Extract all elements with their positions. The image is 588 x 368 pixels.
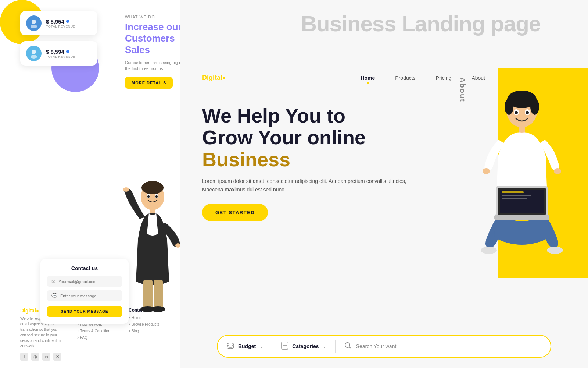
message-input-wrapper: 💬	[47, 290, 122, 301]
nav-link-pricing[interactable]: Pricing	[436, 75, 452, 81]
link-faq[interactable]: FAQ	[77, 335, 114, 340]
revenue-card-1: $ 5,954 TOTAL REVENUE	[20, 11, 97, 35]
twitter-icon[interactable]: ✕	[53, 353, 61, 361]
search-icon	[344, 342, 352, 351]
heading-accent: Sales	[125, 44, 150, 55]
nav-link-home[interactable]: Home	[361, 75, 375, 81]
about-vertical-text: About	[458, 77, 467, 102]
svg-rect-30	[502, 195, 531, 196]
revenue-info-2: $ 8,594 TOTAL REVENUE	[46, 49, 75, 59]
svg-point-36	[526, 111, 529, 114]
revenue-amount-1: $ 5,954	[46, 18, 75, 25]
nav-link-products[interactable]: Products	[395, 75, 415, 81]
nav-brand-text: Digital	[202, 74, 222, 81]
message-icon: 💬	[51, 293, 57, 298]
revenue-card-2: $ 8,594 TOTAL REVENUE	[20, 41, 97, 66]
budget-label: Budget	[238, 343, 256, 349]
svg-point-16	[155, 195, 158, 198]
avatar-1	[26, 15, 42, 31]
nav-brand-dot	[223, 77, 225, 79]
navbar: Digital Home Products Pricing About	[191, 68, 496, 88]
svg-point-7	[123, 187, 129, 192]
instagram-icon[interactable]: ◎	[31, 353, 39, 361]
link-home[interactable]: Home	[129, 315, 165, 320]
svg-rect-6	[150, 207, 155, 213]
hero-title-accent: Business	[202, 148, 290, 170]
email-input-wrapper: ✉	[47, 276, 122, 287]
contact-card: Contact us ✉ 💬 SEND YOUR MESSAGE	[40, 259, 129, 324]
svg-point-5	[141, 181, 164, 194]
send-message-button[interactable]: SEND YOUR MESSAGE	[47, 306, 122, 317]
svg-point-25	[547, 247, 563, 254]
revenue-label-2: TOTAL REVENUE	[46, 55, 75, 59]
svg-rect-9	[143, 280, 153, 309]
hero-title-line2: Grow Your online	[202, 126, 366, 148]
svg-point-3	[31, 55, 37, 59]
svg-point-22	[483, 168, 490, 174]
search-bar: Budget ⌄ Catagories ⌄	[217, 335, 551, 358]
avatar-2	[26, 46, 42, 61]
email-icon: ✉	[51, 279, 55, 284]
what-we-do-heading: Increase our Customers Sales	[125, 21, 180, 56]
svg-point-2	[32, 50, 36, 54]
social-icons-row: f ◎ in ✕	[20, 353, 62, 361]
heading-line2: Customers	[125, 33, 175, 44]
revenue-amount-2: $ 8,594	[46, 49, 75, 55]
amount-value-2: $ 8,594	[46, 49, 64, 55]
excited-man-figure	[121, 175, 180, 315]
nav-link-about[interactable]: About	[472, 75, 485, 81]
categories-icon	[281, 342, 288, 351]
svg-point-0	[32, 20, 36, 24]
svg-point-37	[517, 112, 518, 113]
more-details-button[interactable]: MORE DETAILS	[125, 77, 173, 89]
right-panel: Business Landing page Digital Home Produ…	[180, 0, 588, 368]
about-label: About	[458, 77, 467, 102]
link-blog[interactable]: Blog	[129, 328, 165, 333]
left-panel: $ 5,954 TOTAL REVENUE $ 8,594 TOTAL REVE…	[0, 0, 180, 368]
facebook-icon[interactable]: f	[20, 353, 28, 361]
budget-section[interactable]: Budget ⌄	[218, 336, 272, 357]
blue-dot-1	[66, 20, 69, 23]
page-title-section: Business Landing page	[254, 11, 588, 36]
svg-rect-10	[154, 280, 163, 309]
footer-content-col: Content Home Browse Products Blog	[129, 308, 165, 361]
email-field[interactable]	[58, 279, 118, 284]
svg-rect-32	[494, 215, 549, 220]
svg-rect-29	[502, 191, 524, 193]
what-we-do-desc: Our customers are seeing big results fro…	[125, 60, 180, 72]
what-we-do-section: WHAT WE DO Increase our Customers Sales …	[125, 15, 180, 89]
hero-title-line1: We Help You to	[202, 105, 345, 127]
get-started-button[interactable]: GET STARTED	[202, 204, 268, 221]
contact-title: Contact us	[47, 265, 122, 271]
search-placeholder-text: Search Your want	[356, 343, 397, 349]
budget-chevron-icon: ⌄	[259, 344, 263, 349]
budget-icon	[226, 342, 234, 351]
footer-brand-dot: ●	[36, 308, 39, 314]
svg-point-24	[481, 247, 497, 254]
svg-point-20	[530, 99, 539, 115]
what-we-do-tag: WHAT WE DO	[125, 15, 180, 19]
message-field[interactable]	[60, 294, 118, 298]
hero-content: We Help You to Grow Your online Business…	[202, 105, 415, 221]
svg-point-38	[528, 112, 529, 113]
svg-point-19	[505, 99, 513, 115]
hero-description: Lorem ipsum dolor sit amet, consectetur …	[202, 177, 415, 194]
categories-label: Catagories	[292, 343, 319, 349]
svg-rect-31	[502, 198, 527, 199]
svg-point-1	[31, 25, 37, 28]
svg-point-23	[554, 168, 561, 174]
categories-section[interactable]: Catagories ⌄	[272, 336, 335, 357]
heading-line1: Increase our	[125, 21, 180, 32]
link-browse-products[interactable]: Browse Products	[129, 322, 165, 327]
categories-chevron-icon: ⌄	[323, 344, 326, 349]
hero-image	[456, 68, 588, 278]
svg-point-12	[151, 306, 165, 312]
svg-rect-21	[519, 125, 525, 133]
search-input-area[interactable]: Search Your want	[336, 342, 551, 351]
linkedin-icon[interactable]: in	[42, 353, 50, 361]
footer-brand-text: Digital	[20, 308, 36, 314]
link-terms[interactable]: Terms & Condition	[77, 328, 114, 333]
nav-brand: Digital	[202, 74, 225, 82]
revenue-label-1: TOTAL REVENUE	[46, 25, 75, 28]
amount-value-1: $ 5,954	[46, 18, 64, 25]
